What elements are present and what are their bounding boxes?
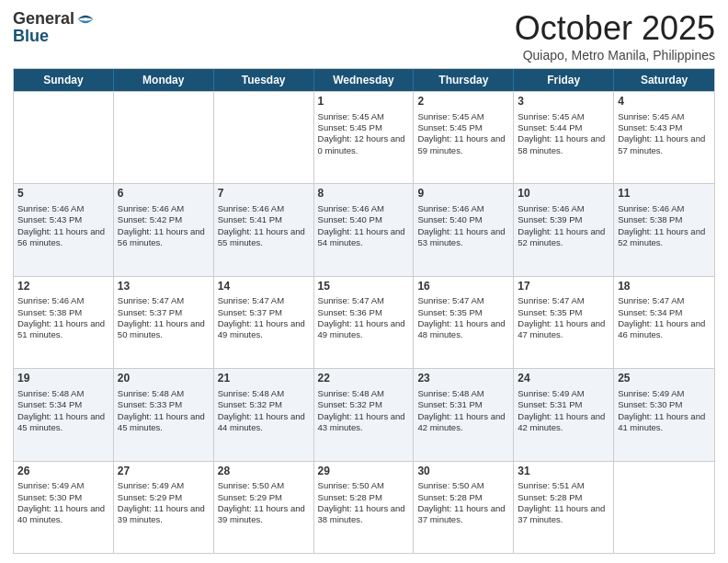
cal-cell-2-2: 14Sunrise: 5:47 AMSunset: 5:37 PMDayligh…: [214, 277, 314, 368]
daylight-14: Daylight: 11 hours and 49 minutes.: [218, 318, 310, 341]
sunrise-17: Sunrise: 5:47 AM: [518, 295, 609, 306]
day-number-3: 3: [518, 95, 609, 109]
day-number-4: 4: [618, 95, 711, 109]
sunset-30: Sunset: 5:28 PM: [417, 492, 509, 503]
calendar-header: Sunday Monday Tuesday Wednesday Thursday…: [14, 69, 714, 91]
day-number-7: 7: [218, 187, 310, 201]
sunrise-13: Sunrise: 5:47 AM: [118, 295, 210, 306]
daylight-4: Daylight: 11 hours and 57 minutes.: [618, 133, 711, 156]
sunrise-5: Sunrise: 5:46 AM: [17, 203, 109, 214]
sunrise-4: Sunrise: 5:45 AM: [618, 111, 711, 122]
sunset-7: Sunset: 5:41 PM: [218, 214, 310, 225]
header-wednesday: Wednesday: [314, 69, 415, 91]
day-number-12: 12: [17, 280, 109, 294]
sunrise-10: Sunrise: 5:46 AM: [518, 203, 609, 214]
cal-cell-2-3: 15Sunrise: 5:47 AMSunset: 5:36 PMDayligh…: [314, 277, 415, 368]
sunset-31: Sunset: 5:28 PM: [518, 492, 609, 503]
day-number-14: 14: [218, 280, 310, 294]
sunrise-19: Sunrise: 5:48 AM: [17, 388, 109, 399]
cal-row-2: 12Sunrise: 5:46 AMSunset: 5:38 PMDayligh…: [14, 276, 714, 368]
daylight-29: Daylight: 11 hours and 38 minutes.: [318, 503, 410, 526]
day-number-6: 6: [118, 187, 210, 201]
logo-icon: [76, 10, 95, 29]
sunset-19: Sunset: 5:34 PM: [17, 399, 109, 410]
day-number-19: 19: [17, 372, 109, 386]
day-number-21: 21: [218, 372, 310, 386]
daylight-27: Daylight: 11 hours and 39 minutes.: [118, 503, 210, 526]
sunrise-11: Sunrise: 5:46 AM: [618, 203, 711, 214]
day-number-29: 29: [318, 465, 410, 479]
cal-row-0: 1Sunrise: 5:45 AMSunset: 5:45 PMDaylight…: [14, 91, 714, 183]
daylight-22: Daylight: 11 hours and 43 minutes.: [318, 411, 410, 434]
sunset-24: Sunset: 5:31 PM: [518, 399, 609, 410]
daylight-28: Daylight: 11 hours and 39 minutes.: [218, 503, 310, 526]
cal-cell-3-0: 19Sunrise: 5:48 AMSunset: 5:34 PMDayligh…: [14, 369, 114, 460]
daylight-21: Daylight: 11 hours and 44 minutes.: [218, 411, 310, 434]
cal-cell-4-6: [614, 462, 714, 553]
daylight-3: Daylight: 11 hours and 58 minutes.: [518, 133, 609, 156]
daylight-6: Daylight: 11 hours and 56 minutes.: [118, 226, 210, 249]
day-number-28: 28: [218, 465, 310, 479]
daylight-31: Daylight: 11 hours and 37 minutes.: [518, 503, 609, 526]
cal-cell-0-1: [114, 92, 214, 183]
sunrise-2: Sunrise: 5:45 AM: [417, 111, 509, 122]
header-monday: Monday: [114, 69, 214, 91]
cal-cell-3-6: 25Sunrise: 5:49 AMSunset: 5:30 PMDayligh…: [614, 369, 714, 460]
sunset-13: Sunset: 5:37 PM: [118, 307, 210, 318]
sunrise-31: Sunrise: 5:51 AM: [518, 480, 609, 491]
day-number-27: 27: [118, 465, 210, 479]
sunset-23: Sunset: 5:31 PM: [417, 399, 509, 410]
day-number-10: 10: [518, 187, 609, 201]
day-number-5: 5: [17, 187, 109, 201]
cal-cell-1-0: 5Sunrise: 5:46 AMSunset: 5:43 PMDaylight…: [14, 184, 114, 275]
sunrise-18: Sunrise: 5:47 AM: [618, 295, 711, 306]
day-number-20: 20: [118, 372, 210, 386]
sunset-11: Sunset: 5:38 PM: [618, 214, 711, 225]
day-number-30: 30: [417, 465, 509, 479]
cal-cell-2-4: 16Sunrise: 5:47 AMSunset: 5:35 PMDayligh…: [414, 277, 514, 368]
sunrise-6: Sunrise: 5:46 AM: [118, 203, 210, 214]
cal-cell-1-5: 10Sunrise: 5:46 AMSunset: 5:39 PMDayligh…: [514, 184, 614, 275]
cal-cell-4-5: 31Sunrise: 5:51 AMSunset: 5:28 PMDayligh…: [514, 462, 614, 553]
cal-cell-0-2: [214, 92, 314, 183]
daylight-30: Daylight: 11 hours and 37 minutes.: [417, 503, 509, 526]
daylight-20: Daylight: 11 hours and 45 minutes.: [118, 411, 210, 434]
cal-row-1: 5Sunrise: 5:46 AMSunset: 5:43 PMDaylight…: [14, 183, 714, 275]
daylight-10: Daylight: 11 hours and 52 minutes.: [518, 226, 609, 249]
sunset-14: Sunset: 5:37 PM: [218, 307, 310, 318]
sunrise-1: Sunrise: 5:45 AM: [318, 111, 410, 122]
daylight-1: Daylight: 12 hours and 0 minutes.: [318, 133, 410, 156]
cal-cell-0-6: 4Sunrise: 5:45 AMSunset: 5:43 PMDaylight…: [614, 92, 714, 183]
sunrise-29: Sunrise: 5:50 AM: [318, 480, 410, 491]
day-number-18: 18: [618, 280, 711, 294]
sunset-25: Sunset: 5:30 PM: [618, 399, 711, 410]
month-title: October 2025: [515, 9, 715, 48]
header: General Blue October 2025 Quiapo, Metro …: [13, 9, 715, 63]
cal-cell-1-4: 9Sunrise: 5:46 AMSunset: 5:40 PMDaylight…: [414, 184, 514, 275]
sunset-20: Sunset: 5:33 PM: [118, 399, 210, 410]
sunrise-16: Sunrise: 5:47 AM: [417, 295, 509, 306]
sunrise-9: Sunrise: 5:46 AM: [417, 203, 509, 214]
day-number-25: 25: [618, 372, 711, 386]
cal-cell-0-0: [14, 92, 114, 183]
sunset-9: Sunset: 5:40 PM: [417, 214, 509, 225]
cal-cell-2-6: 18Sunrise: 5:47 AMSunset: 5:34 PMDayligh…: [614, 277, 714, 368]
sunset-5: Sunset: 5:43 PM: [17, 214, 109, 225]
sunset-21: Sunset: 5:32 PM: [218, 399, 310, 410]
calendar: Sunday Monday Tuesday Wednesday Thursday…: [13, 68, 715, 554]
sunset-17: Sunset: 5:35 PM: [518, 307, 609, 318]
day-number-23: 23: [417, 372, 509, 386]
day-number-31: 31: [518, 465, 609, 479]
day-number-11: 11: [618, 187, 711, 201]
day-number-1: 1: [318, 95, 410, 109]
sunrise-12: Sunrise: 5:46 AM: [17, 295, 109, 306]
sunrise-20: Sunrise: 5:48 AM: [118, 388, 210, 399]
sunrise-28: Sunrise: 5:50 AM: [218, 480, 310, 491]
cal-cell-2-0: 12Sunrise: 5:46 AMSunset: 5:38 PMDayligh…: [14, 277, 114, 368]
cal-cell-4-2: 28Sunrise: 5:50 AMSunset: 5:29 PMDayligh…: [214, 462, 314, 553]
sunrise-8: Sunrise: 5:46 AM: [318, 203, 410, 214]
cal-cell-4-4: 30Sunrise: 5:50 AMSunset: 5:28 PMDayligh…: [414, 462, 514, 553]
cal-cell-2-5: 17Sunrise: 5:47 AMSunset: 5:35 PMDayligh…: [514, 277, 614, 368]
daylight-11: Daylight: 11 hours and 52 minutes.: [618, 226, 711, 249]
sunrise-14: Sunrise: 5:47 AM: [218, 295, 310, 306]
